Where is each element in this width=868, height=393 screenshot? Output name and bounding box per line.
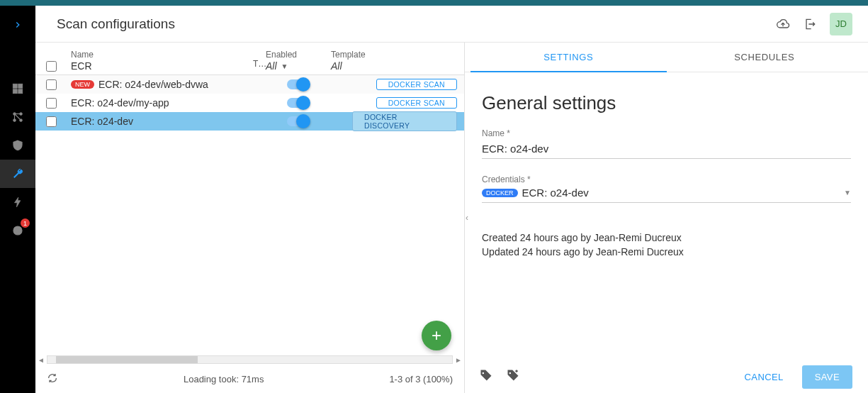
- page-title: Scan configurations: [57, 16, 175, 32]
- shield-icon: [11, 139, 24, 152]
- run-icon: [11, 196, 24, 209]
- column-headers: Name T… Enabled All ▼ Template: [35, 43, 464, 75]
- col-template-label: Template: [331, 50, 458, 60]
- chevron-down-icon: ▼: [844, 189, 851, 196]
- table-row[interactable]: ECR: o24-dev DOCKER DISCOVERY: [35, 112, 464, 131]
- row-checkbox[interactable]: [46, 116, 57, 127]
- chevron-down-icon: ▼: [281, 62, 288, 70]
- detail-tabs: SETTINGS SCHEDULES: [465, 43, 868, 72]
- credentials-value: ECR: o24-dev: [522, 187, 840, 199]
- scan-rows-container: NEW ECR: o24-dev/web-dvwa DOCKER SCAN EC…: [35, 75, 464, 355]
- svg-point-5: [20, 113, 23, 116]
- section-title: General settings: [482, 92, 851, 114]
- dashboard-icon: [11, 82, 24, 95]
- svg-point-6: [13, 119, 16, 122]
- svg-rect-1: [18, 84, 23, 88]
- sidebar-badge: 1: [21, 218, 30, 228]
- list-footer: Loading took: 71ms 1-3 of 3 (100%): [35, 365, 464, 393]
- template-chip: DOCKER SCAN: [376, 79, 457, 90]
- count-text: 1-3 of 3 (100%): [389, 374, 453, 384]
- reload-icon[interactable]: [47, 372, 58, 386]
- svg-line-10: [16, 115, 20, 119]
- svg-rect-0: [13, 84, 17, 88]
- graph-icon: [11, 111, 24, 123]
- name-field-input[interactable]: [482, 140, 851, 159]
- tab-settings[interactable]: SETTINGS: [470, 43, 667, 72]
- created-text: Created 24 hours ago by Jean-Remi Ducreu…: [482, 231, 851, 245]
- horizontal-scrollbar[interactable]: ◄ ►: [35, 355, 464, 365]
- credentials-field-label: Credentials *: [482, 175, 851, 184]
- name-filter-input[interactable]: [71, 60, 235, 72]
- cloud-upload-icon[interactable]: [776, 17, 790, 31]
- table-row[interactable]: NEW ECR: o24-dev/web-dvwa DOCKER SCAN: [35, 75, 464, 94]
- row-checkbox[interactable]: [46, 79, 57, 90]
- svg-rect-3: [18, 89, 23, 94]
- logout-icon[interactable]: [803, 17, 817, 31]
- add-scan-fab[interactable]: +: [422, 321, 451, 350]
- scroll-right-arrow[interactable]: ►: [454, 356, 463, 364]
- col-t-label[interactable]: T…: [253, 59, 266, 72]
- row-name-text: ECR: o24-dev/my-app: [71, 97, 169, 109]
- row-name-text: ECR: o24-dev: [71, 116, 133, 127]
- tab-schedules[interactable]: SCHEDULES: [667, 43, 863, 72]
- sidebar-expand-chevron[interactable]: [13, 20, 23, 32]
- scroll-thumb[interactable]: [56, 356, 198, 363]
- collapse-handle-icon[interactable]: ‹: [464, 209, 470, 227]
- svg-point-4: [13, 113, 16, 116]
- col-name-label: Name: [71, 50, 253, 60]
- user-avatar[interactable]: JD: [830, 13, 852, 35]
- cancel-button[interactable]: CANCEL: [736, 366, 792, 388]
- updated-text: Updated 24 hours ago by Jean-Remi Ducreu…: [482, 245, 851, 260]
- detail-footer: CANCEL SAVE: [465, 360, 868, 393]
- credentials-select[interactable]: DOCKER ECR: o24-dev ▼: [482, 187, 851, 203]
- wrench-icon: [11, 167, 24, 180]
- template-chip: DOCKER SCAN: [376, 97, 457, 109]
- docker-chip: DOCKER: [482, 189, 518, 197]
- svg-point-12: [16, 229, 20, 233]
- sidebar-item-tools[interactable]: [0, 160, 35, 188]
- meta-info: Created 24 hours ago by Jean-Remi Ducreu…: [482, 231, 851, 259]
- svg-rect-2: [13, 89, 17, 94]
- detail-panel: ‹ SETTINGS SCHEDULES General settings Na…: [465, 43, 868, 393]
- tag-icon[interactable]: [479, 368, 493, 385]
- tag-add-icon[interactable]: [506, 368, 520, 385]
- svg-point-7: [20, 119, 23, 122]
- template-chip: DOCKER DISCOVERY: [352, 111, 457, 131]
- sidebar-item-target[interactable]: 1: [0, 216, 35, 245]
- scroll-left-arrow[interactable]: ◄: [37, 356, 45, 364]
- loading-text: Loading took: 71ms: [184, 374, 264, 384]
- name-field-label: Name *: [482, 128, 851, 138]
- enabled-toggle[interactable]: [287, 79, 308, 89]
- table-row[interactable]: ECR: o24-dev/my-app DOCKER SCAN: [35, 94, 464, 112]
- save-button[interactable]: SAVE: [802, 365, 852, 389]
- top-accent-bar: [0, 0, 868, 6]
- row-name-text: ECR: o24-dev/web-dvwa: [98, 79, 208, 90]
- sidebar-nav: 1: [0, 6, 35, 393]
- row-checkbox[interactable]: [46, 98, 57, 109]
- page-header: Scan configurations JD: [35, 6, 868, 43]
- sidebar-item-graph[interactable]: [0, 103, 35, 131]
- sidebar-item-dashboard[interactable]: [0, 74, 35, 103]
- enabled-toggle[interactable]: [287, 98, 308, 108]
- new-badge: NEW: [71, 80, 94, 89]
- sidebar-item-run[interactable]: [0, 188, 35, 216]
- template-filter-select[interactable]: All: [331, 60, 458, 72]
- enabled-filter-select[interactable]: All ▼: [266, 60, 331, 72]
- scan-list-panel: Name T… Enabled All ▼ Template: [35, 43, 465, 393]
- select-all-checkbox[interactable]: [46, 61, 57, 72]
- col-enabled-label: Enabled: [266, 50, 331, 60]
- sidebar-item-shield[interactable]: [0, 131, 35, 160]
- enabled-toggle[interactable]: [287, 116, 308, 126]
